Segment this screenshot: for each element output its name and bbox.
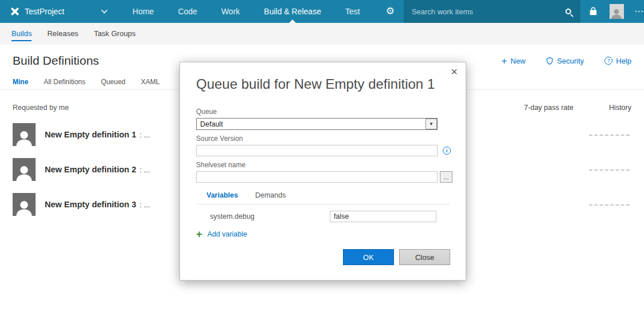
nav-code[interactable]: Code xyxy=(166,0,209,23)
variable-row: system.debug xyxy=(196,211,450,222)
dropdown-arrow-icon[interactable]: ▼ xyxy=(426,119,437,129)
queue-build-dialog: × Queue build for New Empty definition 1… xyxy=(179,62,466,281)
add-variable-label: Add variable xyxy=(208,230,248,238)
close-icon[interactable]: × xyxy=(451,66,458,77)
definition-name[interactable]: New Empty definition 2 xyxy=(45,165,136,174)
dialog-tabs: Variables Demands xyxy=(196,191,450,204)
definition-name[interactable]: New Empty definition 3 xyxy=(45,200,136,209)
tab-variables[interactable]: Variables xyxy=(206,191,238,199)
filter-queued[interactable]: Queued xyxy=(101,78,126,86)
search-icon[interactable] xyxy=(565,9,571,14)
definition-name[interactable]: New Empty definition 1 xyxy=(45,130,136,139)
queue-label: Queue xyxy=(196,108,450,116)
queue-field-row: Default ▼ xyxy=(196,118,438,130)
info-icon[interactable]: i xyxy=(443,147,451,155)
chevron-down-icon[interactable] xyxy=(102,7,108,13)
filter-all-definitions[interactable]: All Definitions xyxy=(44,78,85,86)
history-placeholder-dashes xyxy=(589,170,630,171)
shelveset-name-label: Shelveset name xyxy=(196,161,450,169)
tab-releases[interactable]: Releases xyxy=(47,23,78,45)
nav-test[interactable]: Test xyxy=(333,0,372,23)
source-version-row: i xyxy=(196,145,438,156)
history-placeholder-dashes xyxy=(589,204,630,206)
help-icon: ? xyxy=(604,57,612,65)
definition-suffix: : ... xyxy=(140,131,150,139)
add-variable-button[interactable]: + Add variable xyxy=(196,230,247,238)
queue-select[interactable]: Default ▼ xyxy=(196,118,438,130)
help-button[interactable]: ? Help xyxy=(604,57,631,65)
variable-name: system.debug xyxy=(210,212,255,220)
header-actions: + New Security ? Help xyxy=(481,56,631,66)
search-input[interactable] xyxy=(404,7,565,16)
shelveset-browse-button[interactable]: ... xyxy=(440,171,452,183)
top-bar: TestProject Home Code Work Build & Relea… xyxy=(0,0,644,23)
filter-xaml[interactable]: XAML xyxy=(141,78,160,86)
group-header: Requested by me xyxy=(13,104,69,112)
source-version-label: Source Version xyxy=(196,135,450,143)
ok-button[interactable]: OK xyxy=(343,249,394,265)
tab-task-groups[interactable]: Task Groups xyxy=(94,23,136,45)
ellipsis-menu-icon[interactable]: ⋯ xyxy=(634,0,644,23)
dialog-body: Queue Default ▼ Source Version i Shelves… xyxy=(196,108,450,238)
dialog-title: Queue build for New Empty definition 1 xyxy=(196,76,450,92)
shield-icon xyxy=(546,57,553,65)
nav-build-release[interactable]: Build & Release xyxy=(252,0,333,23)
marketplace-bag-icon[interactable] xyxy=(588,7,598,17)
new-label: New xyxy=(510,57,525,65)
definition-suffix: : ... xyxy=(140,200,150,209)
tab-builds[interactable]: Builds xyxy=(11,23,32,45)
nav-work[interactable]: Work xyxy=(209,0,252,23)
user-avatar[interactable] xyxy=(610,4,624,19)
history-column-header: History xyxy=(609,104,631,112)
definition-avatar xyxy=(13,193,36,216)
source-version-input[interactable] xyxy=(196,145,438,156)
project-selector[interactable]: TestProject xyxy=(25,7,64,16)
history-placeholder-dashes xyxy=(589,135,630,136)
visual-studio-logo-icon[interactable] xyxy=(10,7,19,16)
security-label: Security xyxy=(557,57,584,65)
pass-rate-column-header: 7-day pass rate xyxy=(524,104,573,112)
security-button[interactable]: Security xyxy=(546,57,584,65)
nav-home[interactable]: Home xyxy=(120,0,166,23)
shelveset-name-input[interactable] xyxy=(196,171,438,183)
search-box xyxy=(404,0,580,23)
hub-tab-bar: Builds Releases Task Groups xyxy=(0,23,644,45)
definition-avatar xyxy=(13,123,36,146)
settings-gear-icon[interactable]: ⚙ xyxy=(386,0,395,23)
add-plus-icon: + xyxy=(196,230,202,238)
shelveset-row: ... xyxy=(196,171,438,183)
plus-icon: + xyxy=(501,56,507,66)
close-button[interactable]: Close xyxy=(399,249,450,265)
new-button[interactable]: + New xyxy=(501,56,525,66)
variable-value-input[interactable] xyxy=(330,211,436,222)
dialog-buttons: OK Close xyxy=(343,249,450,265)
queue-selected-value: Default xyxy=(197,120,426,128)
tab-demands[interactable]: Demands xyxy=(255,191,286,199)
top-navigation: Home Code Work Build & Release Test xyxy=(120,0,372,23)
filter-mine[interactable]: Mine xyxy=(13,78,28,86)
definition-avatar xyxy=(13,158,36,181)
page-title: Build Definitions xyxy=(13,54,99,68)
help-label: Help xyxy=(616,57,631,65)
definition-suffix: : ... xyxy=(140,165,150,174)
